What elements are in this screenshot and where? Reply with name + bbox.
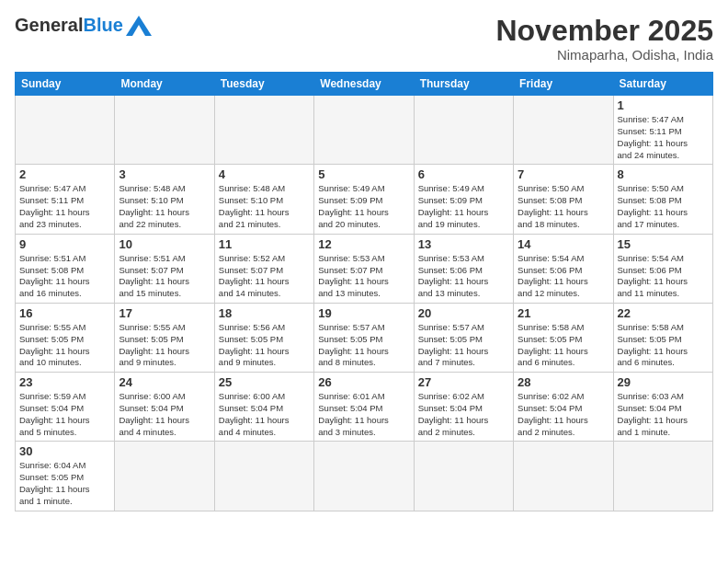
day-info: Sunrise: 5:51 AM Sunset: 5:08 PM Dayligh… (19, 253, 110, 300)
calendar-cell-w4-d4: 19Sunrise: 5:57 AM Sunset: 5:05 PM Dayli… (314, 303, 414, 372)
day-number: 1 (618, 98, 709, 112)
day-number: 14 (518, 237, 609, 251)
day-info: Sunrise: 5:52 AM Sunset: 5:07 PM Dayligh… (219, 253, 310, 300)
day-info: Sunrise: 5:48 AM Sunset: 5:10 PM Dayligh… (119, 183, 210, 230)
day-info: Sunrise: 5:55 AM Sunset: 5:05 PM Dayligh… (19, 322, 110, 369)
day-number: 10 (119, 237, 210, 251)
month-title: November 2025 (495, 15, 713, 47)
calendar-cell-w4-d2: 17Sunrise: 5:55 AM Sunset: 5:05 PM Dayli… (115, 303, 214, 372)
calendar-cell-w6-d4 (314, 442, 414, 511)
calendar-cell-w3-d4: 12Sunrise: 5:53 AM Sunset: 5:07 PM Dayli… (314, 234, 414, 303)
day-info: Sunrise: 5:54 AM Sunset: 5:06 PM Dayligh… (518, 253, 609, 300)
day-info: Sunrise: 6:02 AM Sunset: 5:04 PM Dayligh… (418, 391, 509, 438)
day-info: Sunrise: 5:47 AM Sunset: 5:11 PM Dayligh… (19, 183, 110, 230)
day-number: 26 (318, 375, 409, 389)
calendar-cell-w3-d7: 15Sunrise: 5:54 AM Sunset: 5:06 PM Dayli… (613, 234, 712, 303)
calendar-cell-w4-d6: 21Sunrise: 5:58 AM Sunset: 5:05 PM Dayli… (514, 303, 613, 372)
calendar-cell-w1-d3 (214, 96, 313, 165)
calendar-table: Sunday Monday Tuesday Wednesday Thursday… (15, 72, 713, 511)
calendar-cell-w3-d1: 9Sunrise: 5:51 AM Sunset: 5:08 PM Daylig… (16, 234, 115, 303)
calendar-cell-w1-d1 (16, 96, 115, 165)
calendar-cell-w4-d1: 16Sunrise: 5:55 AM Sunset: 5:05 PM Dayli… (16, 303, 115, 372)
day-info: Sunrise: 6:01 AM Sunset: 5:04 PM Dayligh… (318, 391, 409, 438)
day-number: 15 (618, 237, 709, 251)
day-number: 18 (219, 306, 310, 320)
day-number: 30 (19, 444, 110, 458)
day-number: 3 (119, 167, 210, 181)
page: GeneralBlue November 2025 Nimaparha, Odi… (0, 0, 728, 521)
calendar-cell-w5-d1: 23Sunrise: 5:59 AM Sunset: 5:04 PM Dayli… (16, 373, 115, 442)
calendar-cell-w5-d2: 24Sunrise: 6:00 AM Sunset: 5:04 PM Dayli… (115, 373, 214, 442)
calendar-cell-w6-d1: 30Sunrise: 6:04 AM Sunset: 5:05 PM Dayli… (16, 442, 115, 511)
calendar-week-2: 2Sunrise: 5:47 AM Sunset: 5:11 PM Daylig… (16, 165, 713, 234)
day-info: Sunrise: 5:47 AM Sunset: 5:11 PM Dayligh… (618, 114, 709, 161)
calendar-cell-w4-d5: 20Sunrise: 5:57 AM Sunset: 5:05 PM Dayli… (414, 303, 513, 372)
day-number: 28 (518, 375, 609, 389)
day-number: 29 (618, 375, 709, 389)
header-wednesday: Wednesday (314, 73, 414, 96)
day-info: Sunrise: 5:57 AM Sunset: 5:05 PM Dayligh… (418, 322, 509, 369)
calendar-cell-w5-d6: 28Sunrise: 6:02 AM Sunset: 5:04 PM Dayli… (514, 373, 613, 442)
day-number: 21 (518, 306, 609, 320)
day-info: Sunrise: 5:58 AM Sunset: 5:05 PM Dayligh… (518, 322, 609, 369)
logo-general-text: General (15, 15, 83, 36)
day-number: 17 (119, 306, 210, 320)
day-number: 25 (219, 375, 310, 389)
calendar-cell-w2-d7: 8Sunrise: 5:50 AM Sunset: 5:08 PM Daylig… (613, 165, 712, 234)
calendar-cell-w3-d3: 11Sunrise: 5:52 AM Sunset: 5:07 PM Dayli… (214, 234, 313, 303)
calendar-cell-w6-d3 (214, 442, 313, 511)
day-info: Sunrise: 6:00 AM Sunset: 5:04 PM Dayligh… (219, 391, 310, 438)
day-info: Sunrise: 5:56 AM Sunset: 5:05 PM Dayligh… (219, 322, 310, 369)
logo-icon (126, 16, 152, 36)
day-info: Sunrise: 5:58 AM Sunset: 5:05 PM Dayligh… (618, 322, 709, 369)
calendar-week-6: 30Sunrise: 6:04 AM Sunset: 5:05 PM Dayli… (16, 442, 713, 511)
calendar-cell-w3-d2: 10Sunrise: 5:51 AM Sunset: 5:07 PM Dayli… (115, 234, 214, 303)
day-info: Sunrise: 5:53 AM Sunset: 5:06 PM Dayligh… (418, 253, 509, 300)
calendar-cell-w5-d3: 25Sunrise: 6:00 AM Sunset: 5:04 PM Dayli… (214, 373, 313, 442)
calendar-week-5: 23Sunrise: 5:59 AM Sunset: 5:04 PM Dayli… (16, 373, 713, 442)
day-number: 4 (219, 167, 310, 181)
calendar-cell-w4-d7: 22Sunrise: 5:58 AM Sunset: 5:05 PM Dayli… (613, 303, 712, 372)
header-tuesday: Tuesday (214, 73, 313, 96)
day-number: 5 (318, 167, 409, 181)
location: Nimaparha, Odisha, India (495, 47, 713, 63)
header-sunday: Sunday (16, 73, 115, 96)
calendar-cell-w1-d2 (115, 96, 214, 165)
day-number: 20 (418, 306, 509, 320)
calendar-header-row: Sunday Monday Tuesday Wednesday Thursday… (16, 73, 713, 96)
calendar-cell-w2-d3: 4Sunrise: 5:48 AM Sunset: 5:10 PM Daylig… (214, 165, 313, 234)
day-info: Sunrise: 5:54 AM Sunset: 5:06 PM Dayligh… (618, 253, 709, 300)
day-number: 6 (418, 167, 509, 181)
calendar-cell-w5-d7: 29Sunrise: 6:03 AM Sunset: 5:04 PM Dayli… (613, 373, 712, 442)
day-number: 7 (518, 167, 609, 181)
calendar-cell-w2-d2: 3Sunrise: 5:48 AM Sunset: 5:10 PM Daylig… (115, 165, 214, 234)
calendar-cell-w2-d4: 5Sunrise: 5:49 AM Sunset: 5:09 PM Daylig… (314, 165, 414, 234)
calendar-cell-w5-d5: 27Sunrise: 6:02 AM Sunset: 5:04 PM Dayli… (414, 373, 513, 442)
day-number: 24 (119, 375, 210, 389)
day-number: 19 (318, 306, 409, 320)
calendar-week-3: 9Sunrise: 5:51 AM Sunset: 5:08 PM Daylig… (16, 234, 713, 303)
day-number: 13 (418, 237, 509, 251)
calendar-cell-w1-d5 (414, 96, 513, 165)
calendar-cell-w2-d1: 2Sunrise: 5:47 AM Sunset: 5:11 PM Daylig… (16, 165, 115, 234)
day-info: Sunrise: 5:51 AM Sunset: 5:07 PM Dayligh… (119, 253, 210, 300)
day-number: 8 (618, 167, 709, 181)
day-info: Sunrise: 5:53 AM Sunset: 5:07 PM Dayligh… (318, 253, 409, 300)
day-number: 9 (19, 237, 110, 251)
day-number: 12 (318, 237, 409, 251)
calendar-cell-w5-d4: 26Sunrise: 6:01 AM Sunset: 5:04 PM Dayli… (314, 373, 414, 442)
day-info: Sunrise: 5:50 AM Sunset: 5:08 PM Dayligh… (618, 183, 709, 230)
day-number: 2 (19, 167, 110, 181)
day-info: Sunrise: 5:57 AM Sunset: 5:05 PM Dayligh… (318, 322, 409, 369)
day-info: Sunrise: 5:48 AM Sunset: 5:10 PM Dayligh… (219, 183, 310, 230)
calendar-cell-w3-d6: 14Sunrise: 5:54 AM Sunset: 5:06 PM Dayli… (514, 234, 613, 303)
calendar-cell-w6-d5 (414, 442, 513, 511)
day-info: Sunrise: 5:50 AM Sunset: 5:08 PM Dayligh… (518, 183, 609, 230)
day-number: 11 (219, 237, 310, 251)
calendar-cell-w1-d4 (314, 96, 414, 165)
calendar-week-1: 1Sunrise: 5:47 AM Sunset: 5:11 PM Daylig… (16, 96, 713, 165)
header-thursday: Thursday (414, 73, 513, 96)
calendar-cell-w2-d5: 6Sunrise: 5:49 AM Sunset: 5:09 PM Daylig… (414, 165, 513, 234)
day-info: Sunrise: 5:59 AM Sunset: 5:04 PM Dayligh… (19, 391, 110, 438)
day-number: 27 (418, 375, 509, 389)
